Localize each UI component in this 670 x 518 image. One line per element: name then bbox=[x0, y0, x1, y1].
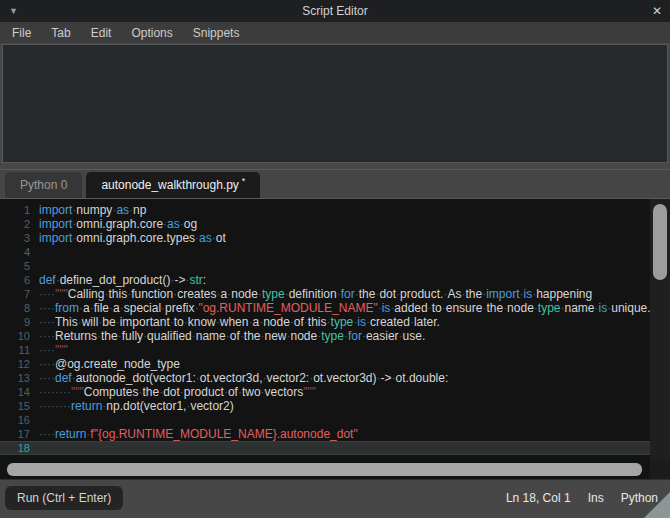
title-bar: ▼ Script Editor ✕ bbox=[0, 0, 670, 22]
tab-bar: Python 0autonode_walkthrough.py* bbox=[0, 169, 670, 199]
output-console[interactable] bbox=[2, 44, 668, 163]
code-text: ········"""Computes·the·dot·product·of·t… bbox=[39, 385, 316, 399]
code-line-18[interactable]: 18 bbox=[0, 441, 650, 455]
code-text: ········return·np.dot(vector1,·vector2) bbox=[39, 399, 234, 413]
code-text: ····Returns·the·fully·qualified·name·of·… bbox=[39, 329, 425, 343]
line-number: 12 bbox=[0, 357, 30, 371]
code-text: ····"""Calling·this·function·creates·a·n… bbox=[39, 287, 592, 301]
tab-label: autonode_walkthrough.py bbox=[101, 178, 238, 192]
code-text: import·omni.graph.core·as·og bbox=[39, 217, 197, 231]
code-line-17[interactable]: 17····return·f"{og.RUNTIME_MODULE_NAME}.… bbox=[0, 427, 650, 441]
code-text: ····def·autonode_dot(vector1:·ot.vector3… bbox=[39, 371, 448, 385]
menu-item-snippets[interactable]: Snippets bbox=[183, 22, 250, 43]
code-line-7[interactable]: 7····"""Calling·this·function·creates·a·… bbox=[0, 287, 650, 301]
code-lines: 1import·numpy·as·np2import·omni.graph.co… bbox=[0, 203, 650, 455]
code-text: ····from·a·file·a·special·prefix·"og.RUN… bbox=[39, 301, 651, 315]
code-line-15[interactable]: 15········return·np.dot(vector1,·vector2… bbox=[0, 399, 650, 413]
menu-item-options[interactable]: Options bbox=[121, 22, 182, 43]
tab-label: Python 0 bbox=[20, 178, 67, 192]
code-line-16[interactable]: 16 bbox=[0, 413, 650, 427]
line-number: 11 bbox=[0, 343, 30, 357]
code-line-2[interactable]: 2import·omni.graph.core·as·og bbox=[0, 217, 650, 231]
code-editor[interactable]: 1import·numpy·as·np2import·omni.graph.co… bbox=[0, 199, 670, 479]
line-number: 17 bbox=[0, 427, 30, 441]
code-line-9[interactable]: 9····This·will·be·important·to·know·when… bbox=[0, 315, 650, 329]
line-number: 8 bbox=[0, 301, 30, 315]
line-number: 14 bbox=[0, 385, 30, 399]
line-number: 16 bbox=[0, 413, 30, 427]
status-right-group: Ln 18, Col 1 Ins Python bbox=[506, 486, 658, 510]
line-number: 3 bbox=[0, 231, 30, 245]
code-line-14[interactable]: 14········"""Computes·the·dot·product·of… bbox=[0, 385, 650, 399]
line-number: 2 bbox=[0, 217, 30, 231]
line-number: 15 bbox=[0, 399, 30, 413]
code-text: import·omni.graph.core.types·as·ot bbox=[39, 231, 226, 245]
line-number: 7 bbox=[0, 287, 30, 301]
vertical-scrollbar-thumb[interactable] bbox=[653, 204, 667, 280]
menu-bar: FileTabEditOptionsSnippets bbox=[0, 22, 670, 43]
code-text: ····return·f"{og.RUNTIME_MODULE_NAME}.au… bbox=[39, 427, 358, 441]
code-text: def·define_dot_product()·->·str: bbox=[39, 273, 206, 287]
code-line-1[interactable]: 1import·numpy·as·np bbox=[0, 203, 650, 217]
tab-autonode-walkthrough-py[interactable]: autonode_walkthrough.py* bbox=[86, 172, 260, 198]
tab-python-0[interactable]: Python 0 bbox=[5, 172, 82, 198]
code-line-10[interactable]: 10····Returns·the·fully·qualified·name·o… bbox=[0, 329, 650, 343]
code-line-3[interactable]: 3import·omni.graph.core.types·as·ot bbox=[0, 231, 650, 245]
scrollbar-corner bbox=[650, 460, 670, 479]
cursor-position: Ln 18, Col 1 bbox=[506, 491, 571, 505]
code-line-11[interactable]: 11····""" bbox=[0, 343, 650, 357]
horizontal-scrollbar-thumb[interactable] bbox=[7, 463, 642, 476]
line-number: 18 bbox=[0, 441, 30, 455]
line-number: 9 bbox=[0, 315, 30, 329]
modified-indicator: * bbox=[242, 176, 246, 186]
menu-item-edit[interactable]: Edit bbox=[81, 22, 122, 43]
code-line-6[interactable]: 6def·define_dot_product()·->·str: bbox=[0, 273, 650, 287]
window-title: Script Editor bbox=[302, 4, 367, 18]
collapse-caret-icon[interactable]: ▼ bbox=[9, 0, 18, 22]
code-text: ····""" bbox=[39, 343, 68, 357]
code-line-4[interactable]: 4 bbox=[0, 245, 650, 259]
code-text: import·numpy·as·np bbox=[39, 203, 146, 217]
horizontal-scrollbar[interactable] bbox=[0, 461, 650, 478]
code-line-8[interactable]: 8····from·a·file·a·special·prefix·"og.RU… bbox=[0, 301, 650, 315]
menu-item-tab[interactable]: Tab bbox=[41, 22, 80, 43]
status-bar: Run (Ctrl + Enter) Ln 18, Col 1 Ins Pyth… bbox=[0, 479, 670, 518]
insert-mode-indicator: Ins bbox=[588, 491, 604, 505]
code-text: ····This·will·be·important·to·know·when·… bbox=[39, 315, 440, 329]
line-number: 4 bbox=[0, 245, 30, 259]
line-number: 10 bbox=[0, 329, 30, 343]
code-line-12[interactable]: 12····@og.create_node_type bbox=[0, 357, 650, 371]
close-icon[interactable]: ✕ bbox=[652, 0, 662, 22]
line-number: 6 bbox=[0, 273, 30, 287]
vertical-scrollbar[interactable] bbox=[650, 199, 670, 460]
line-number: 13 bbox=[0, 371, 30, 385]
menu-item-file[interactable]: File bbox=[2, 22, 41, 43]
line-number: 1 bbox=[0, 203, 30, 217]
script-editor-window: { "window": { "title": "Script Editor", … bbox=[0, 0, 670, 518]
run-button[interactable]: Run (Ctrl + Enter) bbox=[5, 486, 123, 510]
language-indicator: Python bbox=[621, 491, 658, 505]
code-line-13[interactable]: 13····def·autonode_dot(vector1:·ot.vecto… bbox=[0, 371, 650, 385]
code-line-5[interactable]: 5 bbox=[0, 259, 650, 273]
code-text: ····@og.create_node_type bbox=[39, 357, 180, 371]
line-number: 5 bbox=[0, 259, 30, 273]
